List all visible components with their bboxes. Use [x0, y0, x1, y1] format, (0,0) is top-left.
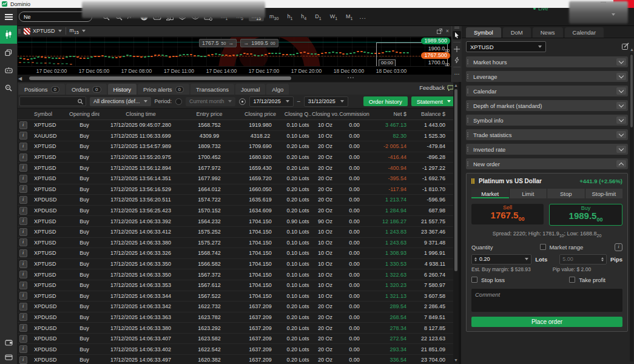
feedback-button[interactable]: Feedback [419, 84, 454, 91]
info-icon[interactable]: i [19, 324, 27, 332]
period-toggle[interactable] [175, 98, 182, 105]
sidebar-item-payments[interactable] [5, 352, 13, 363]
stepper-arrows-icon[interactable] [474, 257, 477, 261]
tab-price-alerts[interactable]: Price alerts0 [138, 84, 189, 95]
table-row[interactable]: iXPDUSDBuy17/12/2025 14:06:33.4021622.54… [17, 344, 459, 355]
table-row[interactable]: iXPDUSDBuy17/12/2025 13:56:20.5111574.72… [17, 195, 459, 206]
chart-timeframe-label[interactable]: m15 [70, 27, 79, 35]
col-header-closing-vo-[interactable]: Closing vo.. [312, 111, 339, 117]
accordion-new-order[interactable]: New order [466, 158, 628, 169]
tab-symbol[interactable]: Symbol [466, 27, 501, 38]
table-row[interactable]: iXPDUSDBuy17/12/2025 14:06:33.4971620.38… [17, 355, 459, 364]
info-icon[interactable]: i [19, 121, 27, 129]
col-header-commission[interactable]: Commission [339, 111, 370, 117]
expand-button[interactable] [616, 73, 626, 80]
scroll-up-icon[interactable]: ▲ [630, 47, 634, 52]
tab-news[interactable]: News [533, 27, 563, 38]
table-row[interactable]: iXPDUSDBuy17/12/2025 14:06:33.3421622.73… [17, 302, 459, 312]
table-row[interactable]: iXPDUSDBuy17/12/2025 14:06:33.4071623.58… [17, 334, 459, 345]
info-icon[interactable]: i [615, 243, 622, 251]
order-history-button[interactable]: Order history [363, 96, 408, 106]
info-icon[interactable]: i [19, 143, 27, 150]
date-from-select[interactable]: 17/12/2025 [249, 96, 294, 107]
place-order-button[interactable]: Place order [471, 317, 622, 327]
timeframe-h1[interactable]: h1 [284, 12, 295, 22]
sidebar-item-screener[interactable] [0, 79, 17, 96]
history-search-input[interactable] [19, 96, 86, 106]
symbol-search-input[interactable]: Ne [19, 12, 92, 22]
accordion-depth-of-market-standard-[interactable]: Depth of market (standard) [466, 100, 628, 111]
chart-symbol-caret[interactable] [58, 30, 62, 32]
expand-button[interactable] [616, 102, 626, 109]
table-row[interactable]: iXPDUSDBuy17/12/2025 14:06:33.3801623.29… [17, 323, 459, 334]
col-header-net-$[interactable]: Net $ [370, 111, 406, 117]
accordion-calendar[interactable]: Calendar [466, 86, 628, 96]
table-row[interactable]: iXPTUSDBuy17/12/2025 13:56:16.5291664.01… [17, 184, 459, 195]
info-icon[interactable]: i [19, 132, 27, 140]
info-icon[interactable]: i [19, 249, 27, 257]
tab-transactions[interactable]: Transactions [191, 84, 234, 95]
info-icon[interactable]: i [19, 335, 27, 343]
table-row[interactable]: iXPTUSDBuy17/12/2025 09:45:07.2801568.75… [17, 120, 459, 131]
quantity-stepper[interactable]: 0.20 [471, 254, 531, 265]
info-icon[interactable]: i [19, 164, 27, 172]
chart-close-icon[interactable]: × [446, 28, 449, 34]
drag-grip-icon[interactable] [454, 27, 459, 29]
scrollbar-thumb[interactable] [630, 55, 633, 127]
edit-layout-button[interactable] [622, 41, 629, 52]
table-row[interactable]: iXPTUSDBuy17/12/2025 13:56:14.3511677.99… [17, 174, 459, 184]
expand-button[interactable] [616, 146, 626, 153]
more-timeframes-button[interactable]: ... [359, 13, 366, 20]
tab-journal[interactable]: Journal [235, 84, 265, 95]
comment-input[interactable]: Comment [471, 289, 622, 312]
scroll-left-icon[interactable]: ◀ [18, 76, 22, 81]
info-icon[interactable]: i [19, 260, 27, 268]
table-row[interactable]: iXPTUSDBuy17/12/2025 14:06:33.3921564.23… [17, 216, 459, 227]
quick-trade-tool-button[interactable] [453, 56, 461, 64]
sidebar-item-charts[interactable] [0, 25, 17, 44]
tab-positions[interactable]: Positions0 [19, 84, 65, 95]
crosshair-tool-button[interactable] [453, 45, 461, 53]
more-tools-button[interactable]: ⋯ [453, 70, 461, 78]
tab-calendar[interactable]: Calendar [565, 27, 604, 38]
info-icon[interactable]: i [19, 271, 27, 278]
order-type-market[interactable]: Market [471, 189, 509, 198]
accordion-trade-statistics[interactable]: Trade statistics [466, 129, 628, 140]
right-panel-scrollbar[interactable] [630, 53, 633, 362]
info-icon[interactable]: i [19, 281, 27, 289]
info-icon[interactable]: i [19, 292, 27, 300]
table-row[interactable]: iXPDUSDBuy17/12/2025 13:56:25.4231570.15… [17, 206, 459, 217]
table-row[interactable]: iXPTUSDBuy17/12/2025 14:06:33.3531567.61… [17, 280, 459, 291]
info-icon[interactable]: i [19, 303, 27, 311]
table-row[interactable]: iXPTUSDBuy17/12/2025 14:06:33.3501567.37… [17, 269, 459, 280]
account-dropdown-caret[interactable] [612, 7, 615, 18]
expand-button[interactable] [616, 116, 626, 124]
buy-button[interactable]: Buy 1989.500 [549, 204, 622, 226]
info-icon[interactable]: i [19, 153, 27, 161]
sidebar-item-copy-trading[interactable] [0, 44, 17, 61]
stop-loss-checkbox[interactable] [471, 277, 477, 283]
sidebar-item-deposit[interactable] [5, 337, 13, 348]
scroll-down-icon[interactable]: ▼ [454, 357, 458, 363]
info-icon[interactable]: i [19, 345, 27, 353]
col-header-symbol[interactable]: Symbol [29, 111, 69, 117]
date-to-select[interactable]: 31/12/2025 [304, 96, 348, 107]
tab-orders[interactable]: Orders0 [66, 84, 107, 95]
scrollbar-thumb[interactable] [454, 89, 457, 271]
take-profit-checkbox[interactable] [569, 277, 575, 283]
info-icon[interactable]: i [19, 228, 27, 236]
tab-history[interactable]: History [108, 84, 137, 95]
col-header-opening-dire-[interactable]: Opening dire.. [69, 111, 99, 117]
table-row[interactable]: iXPTUSDBuy17/12/2025 14:06:33.3801575.27… [17, 238, 459, 249]
col-header-entry-price[interactable]: Entry price [182, 111, 237, 117]
chart-canvas[interactable]: 1767.550→ →1989.500 00:00 1989.500 1900.… [17, 37, 451, 66]
chart-symbol-label[interactable]: XPTUSD [33, 28, 55, 34]
table-scrollbar[interactable]: ▲ ▼ [453, 83, 459, 363]
timeframe-D1[interactable]: D1 [312, 12, 324, 22]
panel-resize-handle[interactable] [348, 77, 354, 78]
expand-button[interactable] [616, 58, 626, 66]
order-type-limit[interactable]: Limit [510, 189, 547, 198]
info-icon[interactable]: i [19, 207, 27, 215]
col-header-balance-$[interactable]: Balance $ [406, 111, 451, 117]
expand-button[interactable] [616, 131, 626, 138]
